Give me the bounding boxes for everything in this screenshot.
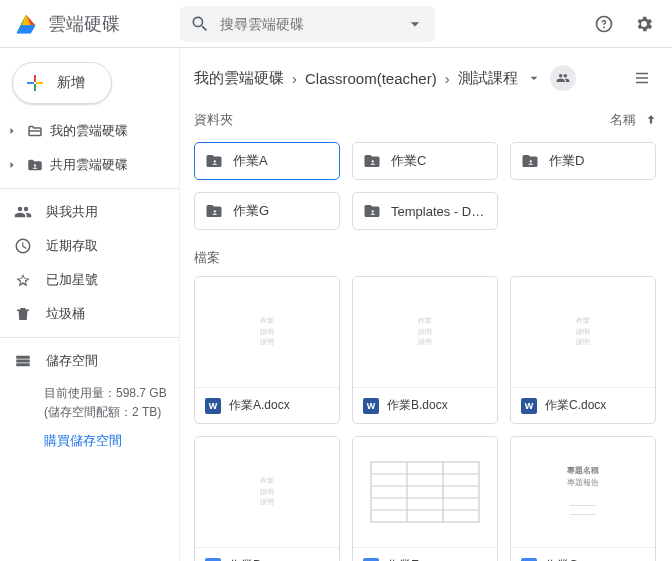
word-icon: W bbox=[205, 398, 221, 414]
help-button[interactable] bbox=[588, 8, 620, 40]
caret-down-icon[interactable] bbox=[526, 70, 542, 86]
file-label-bar: ≡作業G bbox=[511, 547, 655, 561]
chevron-right-icon: › bbox=[292, 70, 297, 87]
buy-storage-link[interactable]: 購買儲存空間 bbox=[0, 422, 179, 450]
svg-rect-7 bbox=[371, 462, 479, 522]
folder-icon bbox=[363, 202, 381, 220]
folder-item[interactable]: 作業C bbox=[352, 142, 498, 180]
breadcrumb: 我的雲端硬碟 › Classroom(teacher) › 測試課程 bbox=[194, 58, 658, 98]
view-toggle-button[interactable] bbox=[626, 62, 658, 94]
sort-button[interactable]: 名稱 bbox=[610, 111, 658, 129]
sidebar-item-label: 儲存空間 bbox=[46, 352, 98, 370]
sidebar: 新增 我的雲端硬碟 共用雲端硬碟 與我共用 近期存取 已加星號 垃圾桶 bbox=[0, 48, 180, 561]
files-section-header: 檔案 bbox=[194, 240, 658, 276]
product-name: 雲端硬碟 bbox=[48, 12, 120, 36]
file-grid: 作業說明說明W作業A.docx作業說明說明W作業B.docx作業說明說明W作業C… bbox=[194, 276, 658, 561]
folder-name: Templates - DO NOT... bbox=[391, 204, 487, 219]
people-icon bbox=[14, 203, 32, 221]
file-thumbnail: 作業說明說明 bbox=[195, 277, 339, 387]
word-icon: W bbox=[363, 398, 379, 414]
content-area: 我的雲端硬碟 › Classroom(teacher) › 測試課程 資料夾 名… bbox=[180, 48, 672, 561]
folder-name: 作業D bbox=[549, 152, 645, 170]
file-item[interactable]: 作業說明說明W作業B.docx bbox=[352, 276, 498, 424]
word-icon: W bbox=[521, 398, 537, 414]
file-thumbnail: 作業說明說明 bbox=[195, 437, 339, 547]
file-label-bar: ≡作業D bbox=[195, 547, 339, 561]
sidebar-item-my-drive[interactable]: 我的雲端硬碟 bbox=[0, 114, 169, 148]
file-label-bar: ≡作業E bbox=[353, 547, 497, 561]
search-input[interactable] bbox=[220, 16, 395, 32]
breadcrumb-item[interactable]: 測試課程 bbox=[458, 69, 518, 88]
section-label: 資料夾 bbox=[194, 111, 233, 129]
file-name: 作業E bbox=[387, 557, 419, 561]
sidebar-item-label: 垃圾桶 bbox=[46, 305, 85, 323]
folder-item[interactable]: 作業D bbox=[510, 142, 656, 180]
members-badge[interactable] bbox=[550, 65, 576, 91]
sidebar-item-shared-with-me[interactable]: 與我共用 bbox=[0, 195, 169, 229]
sidebar-item-storage[interactable]: 儲存空間 bbox=[0, 344, 169, 378]
storage-icon bbox=[14, 352, 32, 370]
file-item[interactable]: 作業說明說明W作業C.docx bbox=[510, 276, 656, 424]
search-bar[interactable] bbox=[180, 6, 435, 42]
storage-quota: (儲存空間配額：2 TB) bbox=[44, 403, 179, 422]
trash-icon bbox=[14, 305, 32, 323]
sidebar-item-trash[interactable]: 垃圾桶 bbox=[0, 297, 169, 331]
storage-info: 目前使用量：598.7 GB (儲存空間配額：2 TB) bbox=[0, 378, 179, 422]
caret-down-icon[interactable] bbox=[405, 14, 425, 34]
gdoc-icon: ≡ bbox=[521, 558, 537, 562]
people-icon bbox=[556, 71, 570, 85]
sort-label: 名稱 bbox=[610, 111, 636, 129]
folder-name: 作業A bbox=[233, 152, 329, 170]
file-thumbnail bbox=[353, 437, 497, 547]
file-label-bar: W作業C.docx bbox=[511, 387, 655, 423]
file-name: 作業D bbox=[229, 557, 262, 561]
folder-icon bbox=[205, 152, 223, 170]
sidebar-item-label: 近期存取 bbox=[46, 237, 98, 255]
sidebar-item-shared-drives[interactable]: 共用雲端硬碟 bbox=[0, 148, 169, 182]
gdoc-icon: ≡ bbox=[205, 558, 221, 562]
file-name: 作業C.docx bbox=[545, 397, 606, 414]
gdoc-icon: ≡ bbox=[363, 558, 379, 562]
drive-icon bbox=[12, 10, 40, 38]
sidebar-item-label: 已加星號 bbox=[46, 271, 98, 289]
folder-item[interactable]: Templates - DO NOT... bbox=[352, 192, 498, 230]
shared-drives-icon bbox=[26, 156, 44, 174]
file-name: 作業G bbox=[545, 557, 578, 561]
help-icon bbox=[594, 14, 614, 34]
folders-section-header: 資料夾 名稱 bbox=[194, 102, 658, 138]
sidebar-item-label: 共用雲端硬碟 bbox=[50, 156, 128, 174]
plus-icon bbox=[23, 71, 47, 95]
sidebar-item-label: 與我共用 bbox=[46, 203, 98, 221]
file-label-bar: W作業A.docx bbox=[195, 387, 339, 423]
storage-used: 目前使用量：598.7 GB bbox=[44, 384, 179, 403]
breadcrumb-item[interactable]: 我的雲端硬碟 bbox=[194, 69, 284, 88]
folder-name: 作業G bbox=[233, 202, 329, 220]
folder-grid: 作業A作業C作業D作業GTemplates - DO NOT... bbox=[194, 142, 658, 230]
file-name: 作業A.docx bbox=[229, 397, 290, 414]
star-icon bbox=[14, 271, 32, 289]
sidebar-item-label: 我的雲端硬碟 bbox=[50, 122, 128, 140]
sidebar-item-starred[interactable]: 已加星號 bbox=[0, 263, 169, 297]
sidebar-item-recent[interactable]: 近期存取 bbox=[0, 229, 169, 263]
list-view-icon bbox=[633, 69, 651, 87]
new-button[interactable]: 新增 bbox=[12, 62, 112, 104]
file-item[interactable]: ≡作業E bbox=[352, 436, 498, 561]
file-item[interactable]: 作業說明說明W作業A.docx bbox=[194, 276, 340, 424]
clock-icon bbox=[14, 237, 32, 255]
breadcrumb-item[interactable]: Classroom(teacher) bbox=[305, 70, 437, 87]
folder-icon bbox=[205, 202, 223, 220]
logo[interactable]: 雲端硬碟 bbox=[12, 10, 172, 38]
folder-item[interactable]: 作業A bbox=[194, 142, 340, 180]
file-name: 作業B.docx bbox=[387, 397, 448, 414]
file-item[interactable]: 作業說明說明≡作業D bbox=[194, 436, 340, 561]
section-label: 檔案 bbox=[194, 249, 220, 267]
folder-item[interactable]: 作業G bbox=[194, 192, 340, 230]
chevron-right-icon: › bbox=[445, 70, 450, 87]
file-item[interactable]: 專題名稱專題報告────────────≡作業G bbox=[510, 436, 656, 561]
file-label-bar: W作業B.docx bbox=[353, 387, 497, 423]
folder-icon bbox=[521, 152, 539, 170]
search-icon bbox=[190, 14, 210, 34]
settings-button[interactable] bbox=[628, 8, 660, 40]
my-drive-icon bbox=[26, 122, 44, 140]
gear-icon bbox=[634, 14, 654, 34]
